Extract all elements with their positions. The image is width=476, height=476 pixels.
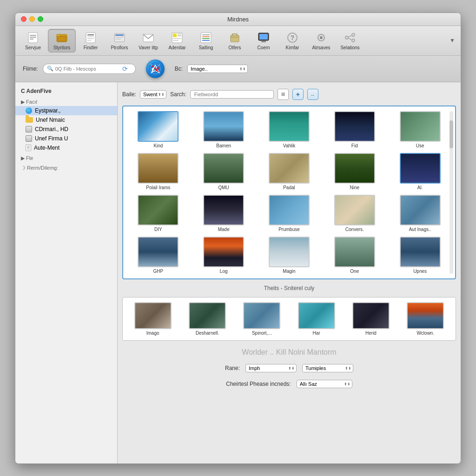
sidebar-section-facil-title[interactable]: ▶ Facıl [15, 98, 117, 106]
image-item-magin[interactable]: Magin [259, 237, 320, 274]
image-label-diy: DIY [154, 227, 162, 232]
salting-icon [199, 31, 212, 44]
toolbar-vaver[interactable]: Vaver ittp [134, 29, 162, 52]
add-button[interactable]: + [292, 89, 304, 100]
image-thumb-padal [269, 153, 310, 184]
image-thumb-ghp [138, 237, 178, 267]
toolbar-atrsaves[interactable]: Atrsaves [307, 29, 335, 52]
thumb-inner-kind [139, 112, 178, 141]
image-item-herid[interactable]: Herid [345, 302, 396, 336]
image-item-upnes[interactable]: Upnes [390, 237, 450, 274]
thumb-inner-al [401, 154, 440, 183]
globe-icon [26, 107, 32, 114]
sidebar-item-eystpwar[interactable]: Eystpwar., [15, 106, 117, 115]
image-item-ghp[interactable]: GHP [128, 237, 189, 274]
image-item-imago[interactable]: Imago [127, 302, 178, 336]
image-item-diy[interactable]: DIY [128, 195, 189, 232]
sarch-label: Sarch: [170, 91, 186, 98]
image-item-bamen[interactable]: Bamen [193, 111, 254, 148]
toolbar-coern[interactable]: Coern [250, 29, 278, 52]
image-item-made[interactable]: Made [193, 195, 254, 232]
image-label-desharnell: Desharnell. [196, 331, 219, 336]
image-item-fid[interactable]: Fid [324, 111, 385, 148]
image-thumb-convers [334, 195, 375, 225]
svg-rect-13 [115, 34, 124, 36]
rane-select-2[interactable]: Tumiples [302, 364, 353, 372]
sidebar-item-aute-ment[interactable]: Aute-Ment [15, 143, 117, 152]
image-item-qmu[interactable]: QMU [193, 153, 254, 190]
sidebar-item-cdrmari[interactable]: CDrmari., HD [15, 125, 117, 134]
sidebar-label-unef-nmaic: Unef Nmaic [36, 117, 65, 123]
image-item-nine[interactable]: Nine [324, 153, 385, 190]
traffic-lights [21, 16, 43, 22]
sidebar-section-fle-title[interactable]: ▶ Fle [15, 154, 117, 162]
otfers-label: Otfers [228, 45, 241, 50]
toolbar-findler[interactable]: Findler [77, 29, 105, 52]
ptrofiors-label: Ptrofiors [111, 45, 128, 50]
thumb-inner-nine [335, 154, 374, 183]
disk-icon-2 [26, 135, 32, 142]
close-button[interactable] [21, 16, 26, 22]
search-field[interactable]: 🔍 ⟳ [43, 64, 136, 74]
rane-select-wrapper-1[interactable]: Imph [245, 364, 297, 372]
baile-select-wrapper[interactable]: Swent [140, 90, 166, 99]
image-item-desharnell[interactable]: Desharnell. [182, 302, 232, 336]
sarch-input[interactable] [190, 90, 274, 99]
image-item-one[interactable]: One [324, 237, 385, 274]
cheirtesl-select[interactable]: Allı Saz [297, 380, 352, 388]
toolbar-service[interactable]: Servjue [19, 29, 47, 52]
thumb-inner-convers [335, 196, 374, 225]
image-thumb-bamen [203, 111, 244, 142]
cheirtesl-select-wrapper[interactable]: Allı Saz [297, 380, 352, 388]
image-item-har[interactable]: Har [291, 302, 342, 336]
right-panel: Baile: Swent Sarch: ⊞ + ‥ [118, 82, 461, 463]
toolbar-selations[interactable]: Selations [336, 29, 364, 52]
minimize-button[interactable] [29, 16, 35, 22]
image-item-convers[interactable]: Convers. [324, 195, 385, 232]
scrollbar-thumb[interactable] [450, 120, 453, 148]
bc-select-wrapper[interactable]: Image.. [187, 65, 248, 73]
image-item-prumbuse[interactable]: Prumbuse [259, 195, 320, 232]
maximize-button[interactable] [38, 16, 43, 22]
image-item-wclown[interactable]: Wclown. [400, 302, 451, 336]
sidebar-item-unef-firma[interactable]: Unef Firma U [15, 134, 117, 143]
search-input[interactable] [55, 66, 120, 72]
toolbar-ptrofiors[interactable]: Ptrofiors [106, 29, 133, 52]
rane-select-wrapper-2[interactable]: Tumiples [302, 364, 353, 372]
image-item-padal[interactable]: Padal [259, 153, 320, 190]
toolbar-overflow[interactable]: ▼ [448, 35, 457, 46]
svg-rect-0 [28, 33, 38, 43]
svg-point-39 [352, 39, 355, 42]
image-item-al[interactable]: Al. [390, 153, 450, 190]
image-label-har: Har [313, 331, 320, 336]
toolbar-styritors[interactable]: Styritors [48, 29, 76, 53]
svg-rect-14 [115, 37, 124, 38]
bc-select[interactable]: Image.. [187, 65, 248, 73]
svg-rect-18 [173, 33, 177, 37]
image-item-use[interactable]: Use [390, 111, 450, 148]
image-item-log[interactable]: Log [193, 237, 254, 274]
sidebar-section-rerm-title[interactable]: ☽ Rerm/Dilemg: [15, 164, 117, 172]
sidebar-item-unef-nmaic[interactable]: Unef Nmaic [15, 115, 117, 125]
image-item-vahlik[interactable]: Vahlik [259, 111, 320, 148]
toolbar-salting[interactable]: Salting [192, 29, 220, 52]
rane-select-1[interactable]: Imph [245, 364, 297, 372]
otfers-icon [228, 31, 241, 44]
image-item-aut[interactable]: Aut Inags.. [390, 195, 450, 232]
cheirtesl-label: Cheirtesl Phease incneds: [226, 381, 291, 387]
image-thumb-spinort [243, 302, 280, 329]
image-item-kind[interactable]: Kind [128, 111, 189, 148]
grid-view-button[interactable]: ⊞ [278, 89, 289, 100]
image-label-use: Use [416, 143, 424, 148]
image-item-polail[interactable]: Polail Irams [128, 153, 189, 190]
sidebar-header: C AdenFive [15, 86, 117, 96]
image-item-spinort[interactable]: Spinort,... [237, 302, 287, 336]
baile-select[interactable]: Swent [140, 90, 166, 99]
baile-label: Baile: [122, 91, 136, 98]
toolbar-otfers[interactable]: Otfers [221, 29, 249, 52]
toolbar-kimfar[interactable]: ? Kimfar [278, 29, 306, 52]
toolbar-adenitar[interactable]: Adenitar [163, 29, 191, 52]
svg-text:?: ? [291, 34, 295, 41]
scrollbar[interactable] [450, 111, 453, 274]
extra-button[interactable]: ‥ [307, 89, 318, 100]
